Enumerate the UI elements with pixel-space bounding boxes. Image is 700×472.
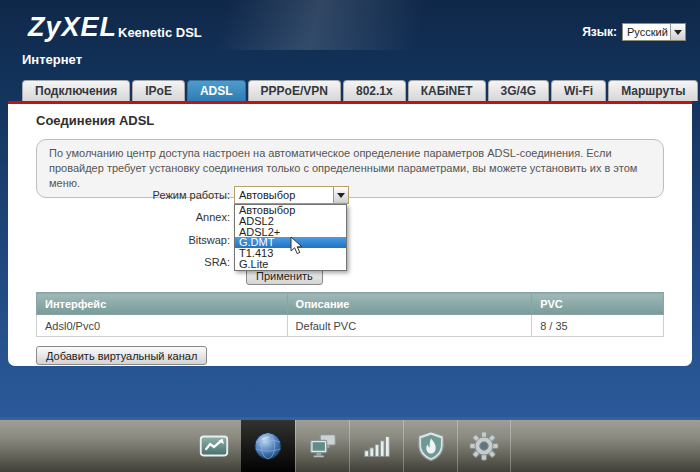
chevron-down-icon[interactable]	[333, 187, 348, 203]
cell-pvc: 8 / 35	[532, 315, 664, 337]
dock-item-home-network[interactable]	[295, 420, 349, 472]
dropdown-option-glite[interactable]: G.Lite	[235, 259, 346, 270]
add-virtual-channel-button[interactable]: Добавить виртуальный канал	[36, 346, 207, 365]
dropdown-option-adsl2[interactable]: ADSL2	[235, 216, 346, 227]
tab-adsl[interactable]: ADSL	[187, 80, 246, 101]
cell-description: Default PVC	[287, 315, 532, 337]
tab-connections[interactable]: Подключения	[22, 80, 130, 101]
tab-routes[interactable]: Маршруты	[608, 80, 698, 101]
tab-wifi[interactable]: Wi-Fi	[551, 80, 606, 101]
product-name: Keenetic DSL	[118, 25, 202, 40]
cell-interface: Adsl0/Pvc0	[37, 315, 288, 337]
settings-gear-icon	[467, 429, 501, 463]
tab-kabinet[interactable]: КАБiNET	[408, 80, 486, 101]
sra-label: SRA:	[8, 255, 230, 269]
table-row[interactable]: Adsl0/Pvc0 Default PVC 8 / 35	[37, 315, 664, 337]
bottom-dock	[0, 420, 700, 472]
mode-select[interactable]: Автовыбор	[234, 186, 349, 204]
bitswap-label: Bitswap:	[8, 233, 230, 247]
dropdown-option-autoselect[interactable]: Автовыбор	[235, 205, 346, 216]
router-admin-screen: ZyXEL Keenetic DSL Язык: Русский Интерне…	[0, 0, 700, 472]
mouse-cursor-icon	[290, 236, 303, 255]
table-header-row: Интерфейс Описание PVC	[37, 293, 664, 315]
home-network-icon	[306, 429, 340, 463]
tab-3g4g[interactable]: 3G/4G	[488, 80, 549, 101]
language-selector: Язык: Русский	[582, 23, 686, 41]
col-pvc: PVC	[532, 293, 664, 315]
signal-level-icon	[360, 429, 394, 463]
mode-dropdown-list: Автовыбор ADSL2 ADSL2+ G.DMT T1.413 G.Li…	[234, 204, 347, 271]
dock-item-security-shield[interactable]	[403, 420, 457, 472]
security-shield-icon	[414, 429, 448, 463]
col-description: Описание	[287, 293, 532, 315]
language-select[interactable]: Русский	[622, 23, 686, 41]
mode-label: Режим работы:	[8, 188, 230, 202]
tab-ipoe[interactable]: IPoE	[132, 80, 185, 101]
page-title: Соединения ADSL	[36, 113, 154, 128]
tab-bar: Подключения IPoE ADSL PPPoE/VPN 802.1x К…	[22, 80, 700, 101]
language-label: Язык:	[582, 25, 617, 39]
language-select-value: Русский	[623, 26, 670, 38]
dock-item-internet-globe[interactable]	[241, 420, 295, 472]
annex-label: Annex:	[8, 210, 230, 224]
pvc-table: Интерфейс Описание PVC Adsl0/Pvc0 Defaul…	[36, 292, 664, 337]
tab-pppoe-vpn[interactable]: PPPoE/VPN	[248, 80, 341, 101]
content-panel: Соединения ADSL По умолчанию центр досту…	[8, 104, 692, 366]
col-interface: Интерфейс	[37, 293, 288, 315]
tab-8021x[interactable]: 802.1x	[343, 80, 406, 101]
brand-logo: ZyXEL	[28, 12, 117, 43]
mode-select-value: Автовыбор	[235, 189, 333, 201]
dock-item-settings-gear[interactable]	[457, 420, 511, 472]
internet-globe-icon	[251, 429, 285, 463]
dock-item-signal-level[interactable]	[349, 420, 403, 472]
section-title: Интернет	[22, 52, 82, 67]
chevron-down-icon[interactable]	[670, 24, 685, 40]
dock-item-system-monitor[interactable]	[187, 420, 241, 472]
system-monitor-icon	[197, 429, 231, 463]
